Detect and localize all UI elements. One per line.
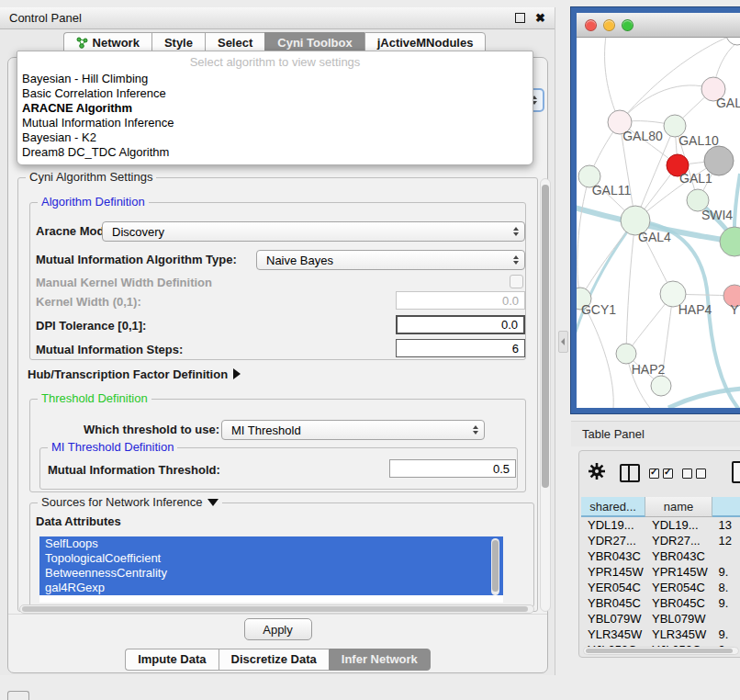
table-cell[interactable]: YBR045C: [581, 596, 645, 610]
table-cell[interactable]: 12: [712, 534, 740, 548]
attribute-list-scrollbar[interactable]: [491, 538, 499, 595]
table-cell[interactable]: YBR045C: [645, 596, 712, 610]
network-edge[interactable]: [620, 85, 713, 122]
attribute-list-item[interactable]: SelfLoops: [39, 536, 503, 551]
algorithm-option[interactable]: Bayesian - Hill Climbing: [17, 72, 533, 86]
table-horizontal-scrollbar[interactable]: [583, 647, 739, 655]
tab-discretize-data[interactable]: Discretize Data: [219, 649, 329, 671]
table-cell[interactable]: 13: [712, 518, 740, 532]
apply-button[interactable]: Apply: [244, 618, 312, 640]
which-threshold-value: MI Threshold: [231, 423, 301, 437]
table-row[interactable]: YER054CYER054C8.: [581, 580, 740, 595]
panel-resize-handle[interactable]: [558, 331, 568, 353]
bottom-corner-button[interactable]: [7, 691, 29, 700]
column-header-name[interactable]: name: [645, 497, 712, 517]
expanded-arrow-icon: [207, 499, 219, 506]
table-cell[interactable]: YBR043C: [581, 549, 645, 563]
table-row[interactable]: YDR27...YDR27...12: [581, 533, 740, 548]
split-view-icon[interactable]: [620, 464, 640, 482]
tab-label: Infer Network: [342, 652, 418, 666]
network-node-grey-node[interactable]: [704, 146, 734, 175]
document-icon[interactable]: [732, 461, 740, 483]
column-header-shared-name[interactable]: shared...: [581, 497, 645, 517]
table-cell[interactable]: YER054C: [645, 581, 712, 594]
attribute-list-item[interactable]: TopologicalCoefficient: [39, 551, 503, 566]
attribute-list-item[interactable]: BetweennessCentrality: [39, 566, 503, 581]
mi-threshold-title: MI Threshold Definition: [48, 440, 177, 454]
tab-infer-network[interactable]: Infer Network: [329, 649, 431, 671]
table-row[interactable]: YBR043CYBR043C: [581, 548, 740, 564]
which-threshold-label: Which threshold to use:: [84, 423, 219, 436]
network-node-label: SWI4: [701, 208, 733, 222]
deselect-all-icon[interactable]: [682, 469, 706, 479]
which-threshold-combo[interactable]: MI Threshold: [221, 420, 485, 440]
table-cell[interactable]: YLR345W: [581, 627, 645, 641]
minimize-light[interactable]: [603, 19, 615, 31]
table-row[interactable]: YBR045CYBR045C9.: [581, 595, 740, 611]
algorithm-dropdown-popup: Select algorithm to view settings Bayesi…: [17, 51, 533, 165]
close-panel-icon[interactable]: ✖: [535, 14, 545, 23]
cyni-bottom-tabs: Impute DataDiscretize DataInfer Network: [125, 649, 431, 671]
table-row[interactable]: YLR345WYLR345W9.: [581, 627, 740, 642]
table-cell[interactable]: YBL079W: [581, 612, 645, 626]
data-attributes-list[interactable]: SelfLoopsTopologicalCoefficientBetweenne…: [39, 536, 503, 603]
network-edge[interactable]: [577, 220, 635, 341]
manual-kernel-checkbox[interactable]: [510, 275, 523, 288]
table-cell[interactable]: YBL079W: [645, 612, 712, 626]
close-light[interactable]: [585, 19, 597, 31]
network-node-bottom-node[interactable]: [651, 376, 671, 396]
table-cell[interactable]: 9.: [712, 627, 740, 641]
network-node-right-green[interactable]: [720, 227, 740, 256]
kernel-width-field[interactable]: 0.0: [396, 291, 525, 310]
table-cell[interactable]: 9.: [712, 565, 740, 579]
mi-threshold-field[interactable]: 0.5: [389, 459, 516, 478]
threshold-definition-group: Threshold Definition Which threshold to …: [29, 399, 526, 492]
table-cell[interactable]: YER054C: [581, 581, 645, 594]
settings-gear-icon[interactable]: [588, 462, 606, 484]
attribute-list-item[interactable]: gal4RGexp: [39, 581, 503, 595]
network-window-titlebar[interactable]: [577, 13, 740, 38]
combo-arrows-icon: [513, 255, 524, 265]
network-graph[interactable]: GALGAL80GAL10GAL1GAL11SWI4GAL4GCY1HAP4YH…: [577, 38, 740, 408]
table-cell[interactable]: YDR27...: [581, 534, 645, 548]
network-node-top-edge[interactable]: [726, 38, 740, 45]
select-all-icon[interactable]: [649, 469, 673, 479]
network-node-hap2[interactable]: [616, 344, 636, 364]
table-cell[interactable]: YLR345W: [645, 627, 712, 641]
table-cell[interactable]: YDL19...: [645, 518, 712, 532]
hub-definition-toggle[interactable]: Hub/Transcription Factor Definition: [28, 367, 241, 381]
float-panel-icon[interactable]: [515, 13, 525, 23]
table-row[interactable]: YPR145WYPR145W9.: [581, 564, 740, 580]
algorithm-option[interactable]: Bayesian - K2: [17, 130, 533, 145]
zoom-light[interactable]: [622, 19, 633, 31]
algorithm-option[interactable]: Basic Correlation Inference: [17, 86, 533, 101]
table-cell[interactable]: YPR145W: [581, 565, 645, 579]
network-edge[interactable]: [605, 38, 620, 122]
table-cell[interactable]: 8.: [712, 581, 740, 594]
settings-horizontal-scrollbar[interactable]: [19, 604, 534, 614]
table-cell[interactable]: 9.: [712, 596, 740, 610]
mi-steps-field[interactable]: 6: [396, 339, 525, 357]
network-edge[interactable]: [626, 220, 635, 354]
network-canvas[interactable]: GALGAL80GAL10GAL1GAL11SWI4GAL4GCY1HAP4YH…: [577, 38, 740, 408]
table-cell[interactable]: YPR145W: [645, 565, 712, 579]
control-panel-titlebar: Control Panel ✖: [0, 7, 555, 29]
column-header-partial[interactable]: [712, 497, 740, 517]
sources-title[interactable]: Sources for Network Inference: [38, 495, 222, 509]
threshold-definition-title: Threshold Definition: [38, 391, 151, 405]
algorithm-option[interactable]: Dream8 DC_TDC Algorithm: [17, 145, 533, 160]
dpi-tolerance-field[interactable]: 0.0: [396, 315, 525, 334]
mi-algorithm-type-combo[interactable]: Naive Bayes: [256, 250, 525, 270]
table-cell[interactable]: YDL19...: [581, 518, 645, 532]
table-cell[interactable]: YBR043C: [645, 549, 712, 563]
tab-impute-data[interactable]: Impute Data: [125, 649, 218, 671]
aracne-mode-combo[interactable]: Discovery: [102, 221, 525, 242]
algorithm-option[interactable]: Mutual Information Inference: [17, 116, 533, 130]
table-row[interactable]: YDL19...YDL19...13: [581, 517, 740, 533]
table-cell[interactable]: YDR27...: [645, 534, 712, 548]
settings-vertical-scrollbar[interactable]: [540, 178, 551, 612]
algorithm-option[interactable]: ARACNE Algorithm: [17, 101, 533, 116]
tab-label: Style: [164, 36, 193, 50]
table-row[interactable]: YBL079WYBL079W: [581, 611, 740, 627]
network-edge[interactable]: [577, 176, 589, 299]
